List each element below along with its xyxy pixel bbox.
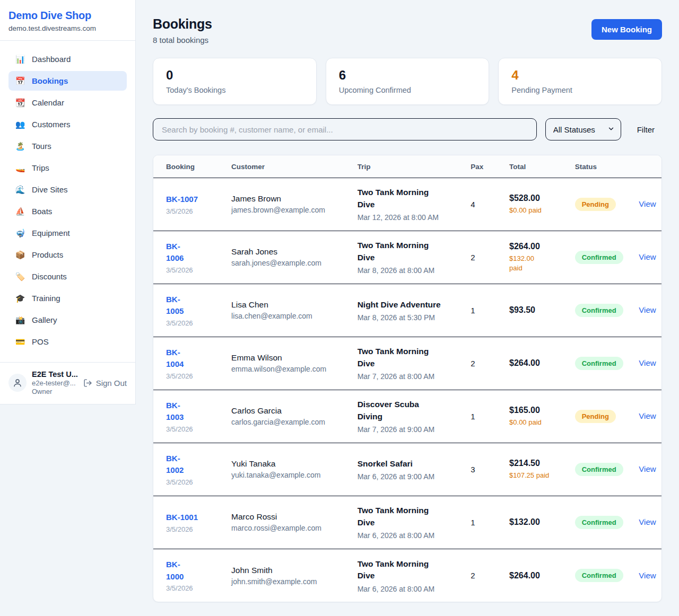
stat-card-upcoming-confirmed: 6 Upcoming Confirmed xyxy=(326,58,490,105)
new-booking-button[interactable]: New Booking xyxy=(591,19,662,40)
view-link[interactable]: View xyxy=(639,411,656,420)
table-row: BK-10033/5/2026Carlos Garciacarlos.garci… xyxy=(153,390,661,443)
status-cell: Confirmed xyxy=(569,549,633,602)
status-cell: Confirmed xyxy=(569,284,633,337)
trip-cell: Two Tank Morning DiveMar 7, 2026 at 8:00… xyxy=(351,337,465,390)
sidebar-item-trips[interactable]: 🚤Trips xyxy=(8,158,127,178)
view-link[interactable]: View xyxy=(639,199,656,208)
pax-cell: 2 xyxy=(464,231,503,284)
view-link[interactable]: View xyxy=(639,571,656,580)
booking-cell: BK-10053/5/2026 xyxy=(153,284,225,337)
stat-cards: 0 Today's Bookings 6 Upcoming Confirmed … xyxy=(153,58,662,105)
total-cell: $264.00 xyxy=(503,337,569,390)
total-cell: $528.00$0.00 paid xyxy=(503,178,569,231)
customer-name: James Brown xyxy=(231,194,345,204)
shop-domain: demo.test.divestreams.com xyxy=(8,24,127,32)
stat-value: 0 xyxy=(166,68,303,82)
sidebar-item-dive-sites[interactable]: 🌊Dive Sites xyxy=(8,180,127,199)
table-row: BK-10043/5/2026Emma Wilsonemma.wilson@ex… xyxy=(153,337,661,390)
view-link[interactable]: View xyxy=(639,464,656,473)
customer-name: Carlos Garcia xyxy=(231,406,345,416)
booking-date: 3/5/2026 xyxy=(166,207,219,215)
total-cell: $165.00$0.00 paid xyxy=(503,390,569,443)
view-link[interactable]: View xyxy=(639,252,656,261)
customer-email: yuki.tanaka@example.com xyxy=(231,471,345,479)
trip-datetime: Mar 6, 2026 at 9:00 AM xyxy=(358,472,458,481)
status-badge: Confirmed xyxy=(575,516,623,529)
calendar-icon: 📅 xyxy=(15,77,25,85)
customer-name: Marco Rossi xyxy=(231,512,345,522)
view-link[interactable]: View xyxy=(639,305,656,314)
actions-cell: View xyxy=(632,549,661,602)
pax-cell: 1 xyxy=(464,390,503,443)
booking-link[interactable]: BK-1005 xyxy=(166,294,187,318)
trip-name: Two Tank Morning Dive xyxy=(358,240,434,263)
booking-link[interactable]: BK-1007 xyxy=(166,193,198,206)
sidebar-item-bookings[interactable]: 📅Bookings xyxy=(8,71,127,91)
stat-label: Upcoming Confirmed xyxy=(339,86,476,94)
sidebar-item-equipment[interactable]: 🤿Equipment xyxy=(8,223,127,243)
graduation-cap-icon: 🎓 xyxy=(15,294,25,302)
trip-cell: Two Tank Morning DiveMar 12, 2026 at 8:0… xyxy=(351,178,465,231)
booking-link[interactable]: BK-1004 xyxy=(166,347,187,371)
sidebar-item-pos[interactable]: 💳POS xyxy=(8,332,127,351)
customer-name: John Smith xyxy=(231,566,345,575)
sidebar-item-customers[interactable]: 👥Customers xyxy=(8,115,127,134)
booking-link[interactable]: BK-1002 xyxy=(166,453,187,477)
search-input[interactable] xyxy=(153,118,537,140)
total-amount: $528.00 xyxy=(509,193,562,203)
total-cell: $264.00$132.00 paid xyxy=(503,231,569,284)
trip-datetime: Mar 6, 2026 at 8:00 AM xyxy=(358,531,458,540)
trip-name: Discover Scuba Diving xyxy=(358,399,434,423)
actions-cell: View xyxy=(632,284,661,337)
view-link[interactable]: View xyxy=(639,358,656,367)
sidebar-item-training[interactable]: 🎓Training xyxy=(8,288,127,308)
table-row: BK-10063/5/2026Sarah Jonessarah.jones@ex… xyxy=(153,231,661,284)
customer-name: Yuki Tanaka xyxy=(231,459,345,469)
page-title: Bookings xyxy=(153,16,212,32)
sidebar-item-discounts[interactable]: 🏷️Discounts xyxy=(8,267,127,286)
sidebar-item-tours[interactable]: 🏝️Tours xyxy=(8,136,127,156)
user-role: Owner xyxy=(32,388,78,396)
sidebar-item-label: Equipment xyxy=(32,228,70,237)
sidebar-item-boats[interactable]: ⛵Boats xyxy=(8,201,127,221)
logout-icon xyxy=(83,379,92,388)
status-filter-select[interactable]: All Statuses xyxy=(545,118,621,140)
sidebar-item-gallery[interactable]: 📸Gallery xyxy=(8,310,127,330)
total-amount: $264.00 xyxy=(509,358,562,368)
main-content: Bookings 8 total bookings New Booking 0 … xyxy=(153,0,662,602)
booking-link[interactable]: BK-1006 xyxy=(166,241,187,265)
sidebar-item-label: Bookings xyxy=(32,76,68,85)
sailboat-icon: ⛵ xyxy=(15,207,25,215)
view-link[interactable]: View xyxy=(639,517,656,526)
people-icon: 👥 xyxy=(15,120,25,128)
tag-icon: 🏷️ xyxy=(15,272,25,280)
actions-cell: View xyxy=(632,443,661,496)
page-subtitle: 8 total bookings xyxy=(153,36,212,45)
table-row: BK-10003/5/2026John Smithjohn.smith@exam… xyxy=(153,549,661,602)
sidebar-item-label: Trips xyxy=(32,163,49,172)
bar-chart-icon: 📊 xyxy=(15,55,25,63)
customer-name: Sarah Jones xyxy=(231,247,345,257)
credit-card-icon: 💳 xyxy=(15,338,25,346)
sidebar-item-calendar[interactable]: 📆Calendar xyxy=(8,93,127,112)
trip-cell: Two Tank Morning DiveMar 6, 2026 at 8:00… xyxy=(351,549,465,602)
user-info: E2E Test U... e2e-tester@... Owner xyxy=(32,369,78,397)
actions-cell: View xyxy=(632,390,661,443)
total-amount: $214.50 xyxy=(509,459,562,468)
sidebar-item-label: Products xyxy=(32,250,63,259)
sign-out-button[interactable]: Sign Out xyxy=(83,379,127,388)
pax-value: 2 xyxy=(471,571,497,580)
filter-button[interactable]: Filter xyxy=(630,121,662,138)
booking-link[interactable]: BK-1000 xyxy=(166,559,187,583)
trip-name: Two Tank Morning Dive xyxy=(358,505,434,529)
booking-link[interactable]: BK-1003 xyxy=(166,400,187,424)
booking-link[interactable]: BK-1001 xyxy=(166,512,198,524)
stat-label: Pending Payment xyxy=(511,86,649,94)
sidebar-item-dashboard[interactable]: 📊Dashboard xyxy=(8,49,127,69)
trip-cell: Two Tank Morning DiveMar 6, 2026 at 8:00… xyxy=(351,496,465,549)
status-badge: Confirmed xyxy=(575,304,623,317)
sidebar-item-products[interactable]: 📦Products xyxy=(8,245,127,265)
total-cell: $214.50$107.25 paid xyxy=(503,443,569,496)
camera-flash-icon: 📸 xyxy=(15,316,25,324)
